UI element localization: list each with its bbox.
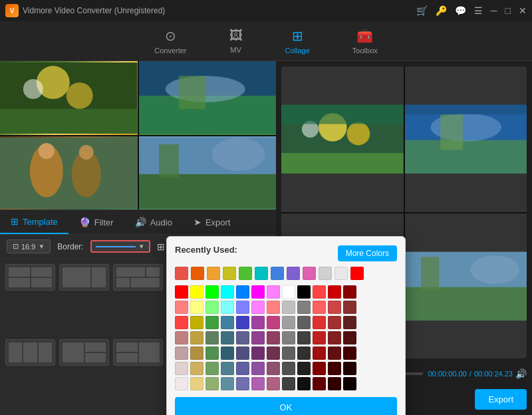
swatch[interactable] — [343, 301, 356, 314]
swatch[interactable] — [313, 316, 326, 329]
swatch[interactable] — [313, 331, 326, 345]
key-icon[interactable]: 🔑 — [436, 5, 447, 16]
export-button[interactable]: Export — [475, 389, 527, 410]
swatch[interactable] — [297, 285, 311, 299]
swatch[interactable] — [190, 316, 203, 329]
tab-export[interactable]: ➤ Export — [183, 210, 241, 234]
swatch[interactable] — [190, 377, 203, 390]
minimize-icon[interactable]: ─ — [491, 5, 497, 16]
recent-swatch-1[interactable] — [175, 267, 188, 280]
swatch[interactable] — [236, 362, 249, 375]
swatch[interactable] — [328, 331, 341, 345]
swatch[interactable] — [328, 285, 341, 299]
swatch[interactable] — [236, 285, 249, 299]
swatch[interactable] — [175, 377, 188, 390]
swatch[interactable] — [236, 301, 249, 314]
maximize-icon[interactable]: □ — [505, 5, 511, 16]
swatch[interactable] — [175, 301, 188, 314]
swatch[interactable] — [251, 362, 265, 375]
recent-swatch-11[interactable] — [334, 267, 348, 280]
swatch[interactable] — [297, 362, 311, 375]
template-thumb-2[interactable] — [59, 264, 109, 291]
nav-converter[interactable]: ⊙ Converter — [146, 25, 194, 57]
swatch[interactable] — [175, 331, 188, 345]
swatch[interactable] — [251, 301, 265, 314]
swatch[interactable] — [251, 331, 265, 345]
swatch[interactable] — [190, 346, 203, 360]
swatch[interactable] — [267, 316, 280, 329]
swatch[interactable] — [328, 346, 341, 360]
grid-icon[interactable]: ⊞ — [157, 241, 165, 252]
recent-swatch-12[interactable] — [350, 267, 364, 280]
swatch[interactable] — [190, 362, 203, 375]
template-thumb-3[interactable] — [113, 264, 163, 291]
menu-icon[interactable]: ☰ — [474, 5, 483, 16]
swatch[interactable] — [282, 331, 295, 345]
border-control[interactable]: ▼ — [90, 240, 150, 253]
swatch[interactable] — [251, 316, 265, 329]
swatch[interactable] — [313, 285, 326, 299]
chat-icon[interactable]: 💬 — [455, 5, 466, 16]
recent-swatch-9[interactable] — [303, 267, 316, 280]
nav-collage[interactable]: ⊞ Collage — [277, 25, 318, 57]
color-picker-ok-button[interactable]: OK — [175, 397, 397, 415]
swatch[interactable] — [221, 301, 234, 314]
swatch[interactable] — [343, 316, 356, 329]
swatch[interactable] — [221, 346, 234, 360]
recent-swatch-7[interactable] — [271, 267, 284, 280]
swatch[interactable] — [236, 346, 249, 360]
swatch[interactable] — [282, 377, 295, 390]
swatch[interactable] — [343, 377, 356, 390]
recent-swatch-8[interactable] — [287, 267, 300, 280]
template-thumb-8[interactable] — [113, 339, 163, 366]
swatch[interactable] — [343, 285, 356, 299]
recent-swatch-6[interactable] — [255, 267, 268, 280]
swatch[interactable] — [282, 316, 295, 329]
swatch[interactable] — [251, 377, 265, 390]
recent-swatch-2[interactable] — [191, 267, 204, 280]
swatch[interactable] — [267, 331, 280, 345]
tab-filter[interactable]: 🔮 Filter — [68, 210, 124, 234]
swatch[interactable] — [205, 346, 219, 360]
swatch[interactable] — [267, 285, 280, 299]
swatch[interactable] — [205, 316, 219, 329]
template-thumb-1[interactable] — [5, 264, 55, 291]
swatch[interactable] — [221, 362, 234, 375]
swatch[interactable] — [221, 316, 234, 329]
nav-toolbox[interactable]: 🧰 Toolbox — [344, 25, 386, 57]
swatch[interactable] — [328, 362, 341, 375]
recent-swatch-5[interactable] — [239, 267, 252, 280]
swatch[interactable] — [328, 301, 341, 314]
swatch[interactable] — [328, 377, 341, 390]
swatch[interactable] — [282, 362, 295, 375]
swatch[interactable] — [313, 346, 326, 360]
swatch[interactable] — [236, 331, 249, 345]
swatch[interactable] — [251, 285, 265, 299]
swatch[interactable] — [267, 377, 280, 390]
swatch[interactable] — [343, 331, 356, 345]
volume-icon[interactable]: 🔊 — [515, 368, 527, 379]
swatch[interactable] — [297, 316, 311, 329]
swatch[interactable] — [236, 316, 249, 329]
swatch[interactable] — [297, 346, 311, 360]
swatch[interactable] — [297, 377, 311, 390]
swatch[interactable] — [313, 362, 326, 375]
swatch[interactable] — [175, 362, 188, 375]
swatch[interactable] — [205, 362, 219, 375]
swatch[interactable] — [313, 301, 326, 314]
more-colors-button[interactable]: More Colors — [338, 245, 397, 261]
swatch[interactable] — [205, 377, 219, 390]
swatch[interactable] — [205, 285, 219, 299]
swatch[interactable] — [236, 377, 249, 390]
recent-swatch-10[interactable] — [319, 267, 332, 280]
swatch[interactable] — [267, 301, 280, 314]
swatch[interactable] — [282, 285, 295, 299]
swatch[interactable] — [251, 346, 265, 360]
recent-swatch-4[interactable] — [223, 267, 236, 280]
template-thumb-6[interactable] — [5, 339, 55, 366]
swatch[interactable] — [328, 316, 341, 329]
nav-mv[interactable]: 🖼 MV — [221, 25, 251, 57]
swatch[interactable] — [343, 346, 356, 360]
swatch[interactable] — [313, 377, 326, 390]
swatch[interactable] — [343, 362, 356, 375]
